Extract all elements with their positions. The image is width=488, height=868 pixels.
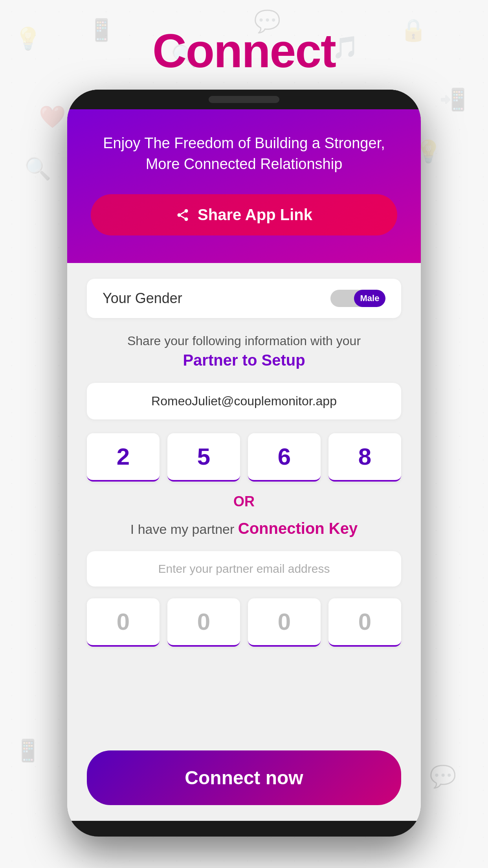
svg-point-1 <box>178 213 181 217</box>
phone-top-bar <box>67 90 421 109</box>
phone-bottom-bar <box>67 821 421 837</box>
gender-row: Your Gender Male <box>87 279 401 318</box>
deco-icon: ❤️ <box>39 104 66 130</box>
partner-pin-digit-3[interactable]: 0 <box>248 598 321 647</box>
content-section: Your Gender Male Share your following in… <box>67 263 421 821</box>
deco-icon: 📲 <box>439 87 466 112</box>
svg-point-0 <box>185 209 188 213</box>
phone-screen: Enjoy The Freedom of Building a Stronger… <box>67 109 421 837</box>
page-title: Connect <box>152 24 336 78</box>
toggle-value: Male <box>360 293 380 303</box>
pin-digit-3: 6 <box>248 433 321 482</box>
phone-speaker <box>209 96 279 103</box>
deco-icon: 📱 <box>88 17 115 43</box>
deco-icon: 🔒 <box>400 17 427 43</box>
pin-digit-2: 5 <box>167 433 240 482</box>
partner-pin-row: 0 0 0 0 <box>87 598 401 647</box>
partner-pin-digit-4[interactable]: 0 <box>328 598 401 647</box>
header-section: Enjoy The Freedom of Building a Stronger… <box>67 109 421 263</box>
svg-line-4 <box>181 212 185 214</box>
deco-icon: 📱 <box>15 738 42 763</box>
gender-toggle[interactable]: Male <box>330 290 385 307</box>
share-icon <box>176 208 190 222</box>
gender-label: Your Gender <box>103 290 182 307</box>
pin-digit-4-value: 8 <box>358 443 371 470</box>
partner-email-input-wrapper[interactable]: Enter your partner email address <box>87 551 401 587</box>
partner-email-placeholder: Enter your partner email address <box>158 562 330 575</box>
pin-digit-1: 2 <box>87 433 160 482</box>
my-pin-row: 2 5 6 8 <box>87 433 401 482</box>
partner-pin-digit-2-value: 0 <box>197 609 210 635</box>
email-text: RomeoJuliet@couplemonitor.app <box>151 394 337 408</box>
deco-icon: 💡 <box>15 26 42 51</box>
partner-pin-digit-2[interactable]: 0 <box>167 598 240 647</box>
or-divider: OR <box>87 493 401 510</box>
email-display: RomeoJuliet@couplemonitor.app <box>87 383 401 419</box>
partner-pin-digit-1-value: 0 <box>117 609 130 635</box>
header-subtitle: Enjoy The Freedom of Building a Stronger… <box>91 133 397 175</box>
partner-pin-digit-3-value: 0 <box>278 609 291 635</box>
deco-icon: 🎵 <box>332 35 359 60</box>
connection-key-highlight: Connection Key <box>238 520 358 537</box>
partner-pin-digit-1[interactable]: 0 <box>87 598 160 647</box>
toggle-thumb: Male <box>354 290 385 307</box>
svg-line-3 <box>181 216 185 218</box>
pin-digit-2-value: 5 <box>197 443 210 470</box>
partner-info-text: Share your following information with yo… <box>87 334 401 348</box>
connection-key-prefix: I have my partner <box>130 522 238 537</box>
phone-frame: Enjoy The Freedom of Building a Stronger… <box>67 90 421 837</box>
deco-icon: 💬 <box>429 764 457 789</box>
share-app-link-button[interactable]: Share App Link <box>91 194 397 235</box>
svg-point-2 <box>185 217 188 221</box>
share-button-label: Share App Link <box>198 206 312 224</box>
connection-key-section: I have my partner Connection Key <box>87 520 401 537</box>
partner-pin-digit-4-value: 0 <box>358 609 371 635</box>
connect-now-button[interactable]: Connect now <box>87 750 401 805</box>
partner-title: Partner to Setup <box>87 351 401 369</box>
pin-digit-1-value: 2 <box>117 443 130 470</box>
pin-digit-4: 8 <box>328 433 401 482</box>
pin-digit-3-value: 6 <box>278 443 291 470</box>
deco-icon: 🔍 <box>24 156 51 182</box>
partner-section: Share your following information with yo… <box>87 334 401 369</box>
